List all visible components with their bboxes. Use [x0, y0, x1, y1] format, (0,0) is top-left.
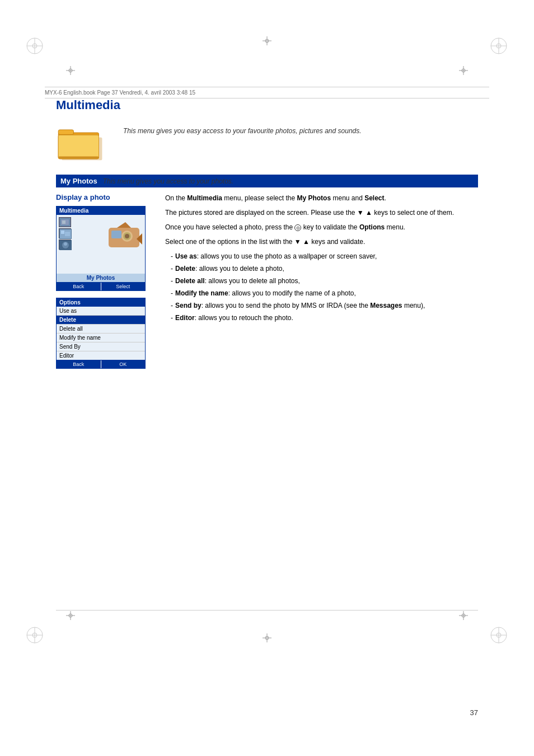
svg-marker-55	[117, 222, 131, 228]
my-photos-section-header: My Photos This menu gives you access to …	[56, 175, 478, 187]
svg-rect-51	[111, 231, 121, 238]
camera-illustration	[106, 219, 142, 257]
term-send-by: Send by	[175, 302, 202, 309]
term-delete-all: Delete all	[175, 277, 205, 285]
options-label: Options	[359, 223, 385, 231]
term-modify-name: Modify the name	[175, 289, 228, 297]
bullet-list: - Use as: allows you to use the photo as…	[171, 251, 478, 323]
phone-buttons: Back Select	[57, 282, 145, 290]
para2: The pictures stored are displayed on the…	[165, 208, 478, 218]
options-buttons: Back OK	[57, 360, 145, 368]
bullet-send-by: - Send by: allows you to send the photo …	[171, 300, 478, 311]
phone-screen-title: Multimedia	[57, 206, 145, 215]
top-description: This menu gives you easy access to your …	[123, 123, 478, 135]
inner-mark-bl	[66, 611, 75, 622]
page-number: 37	[470, 708, 478, 717]
subsection-title: Display a photo	[56, 193, 154, 201]
my-photos-subtitle: This menu gives you access to your photo…	[103, 177, 233, 185]
svg-rect-35	[58, 130, 73, 135]
svg-rect-45	[61, 231, 64, 234]
inner-mark-br	[459, 611, 468, 622]
phone-screen-body	[57, 215, 145, 274]
para1-multimedia: Multimedia	[187, 194, 222, 202]
option-modify-name[interactable]: Modify the name	[57, 334, 145, 342]
options-key-icon: ⊙	[294, 224, 301, 231]
bullet-editor: - Editor: allows you to retouch the phot…	[171, 313, 478, 323]
left-panel: Display a photo Multimedia	[56, 193, 154, 369]
top-center-mark	[263, 36, 271, 47]
phone-select-button[interactable]: Select	[101, 283, 146, 290]
term-messages: Messages	[370, 302, 402, 309]
header-bar: MYX-6 English.book Page 37 Vendredi, 4. …	[45, 87, 489, 98]
option-send-by[interactable]: Send By	[57, 342, 145, 351]
corner-mark-bl	[25, 626, 45, 647]
bullet-modify-name: - Modify the name: allows you to modify …	[171, 288, 478, 298]
svg-rect-46	[65, 232, 70, 236]
options-title: Options	[57, 298, 145, 307]
para3: Once you have selected a photo, press th…	[165, 222, 478, 232]
options-back-button[interactable]: Back	[57, 360, 101, 368]
display-photo-section: Display a photo Multimedia	[56, 193, 478, 369]
corner-mark-tr	[489, 36, 509, 58]
bullet-delete: - Delete: allows you to delete a photo,	[171, 264, 478, 274]
option-delete[interactable]: Delete	[57, 316, 145, 325]
header-text: MYX-6 English.book Page 37 Vendredi, 4. …	[45, 90, 195, 96]
para4: Select one of the options in the list wi…	[165, 237, 478, 247]
photo-thumb-3	[59, 240, 71, 250]
phone-back-button[interactable]: Back	[57, 283, 101, 290]
bullet-use-as: - Use as: allows you to use the photo as…	[171, 251, 478, 261]
term-delete: Delete	[175, 265, 195, 273]
top-section: This menu gives you easy access to your …	[56, 123, 478, 163]
svg-point-49	[64, 242, 67, 246]
para1: On the Multimedia menu, please select th…	[165, 193, 478, 203]
bottom-rule	[56, 610, 478, 611]
corner-mark-tl	[25, 36, 45, 58]
inner-mark-tl	[66, 66, 75, 77]
bottom-center-mark	[263, 633, 271, 644]
svg-point-54	[125, 234, 129, 238]
right-panel: On the Multimedia menu, please select th…	[165, 193, 478, 369]
term-editor: Editor	[175, 314, 195, 322]
page-title: Multimedia	[56, 98, 478, 112]
options-body: Use as Delete Delete all Modify the name…	[57, 307, 145, 360]
para1-select: Select	[364, 194, 384, 202]
photo-thumb-1	[59, 217, 71, 227]
phone-label: My Photos	[57, 274, 145, 282]
term-use-as: Use as	[175, 252, 197, 260]
option-delete-all[interactable]: Delete all	[57, 325, 145, 334]
my-photos-title: My Photos	[60, 177, 97, 185]
svg-rect-39	[58, 157, 99, 159]
option-editor[interactable]: Editor	[57, 351, 145, 360]
phone-screen: Multimedia	[56, 206, 146, 291]
folder-icon-area	[56, 123, 112, 163]
options-menu: Options Use as Delete Delete all Modify …	[56, 298, 146, 369]
inner-mark-tr	[459, 66, 468, 77]
folder-icon	[56, 123, 104, 162]
options-ok-button[interactable]: OK	[101, 360, 146, 368]
corner-mark-br	[489, 626, 509, 647]
svg-rect-42	[62, 220, 65, 224]
option-use-as[interactable]: Use as	[57, 307, 145, 316]
svg-rect-38	[58, 135, 99, 159]
bullet-delete-all: - Delete all: allows you to delete all p…	[171, 276, 478, 286]
photo-thumb-2	[59, 228, 71, 238]
para1-myphotos: My Photos	[297, 194, 331, 202]
